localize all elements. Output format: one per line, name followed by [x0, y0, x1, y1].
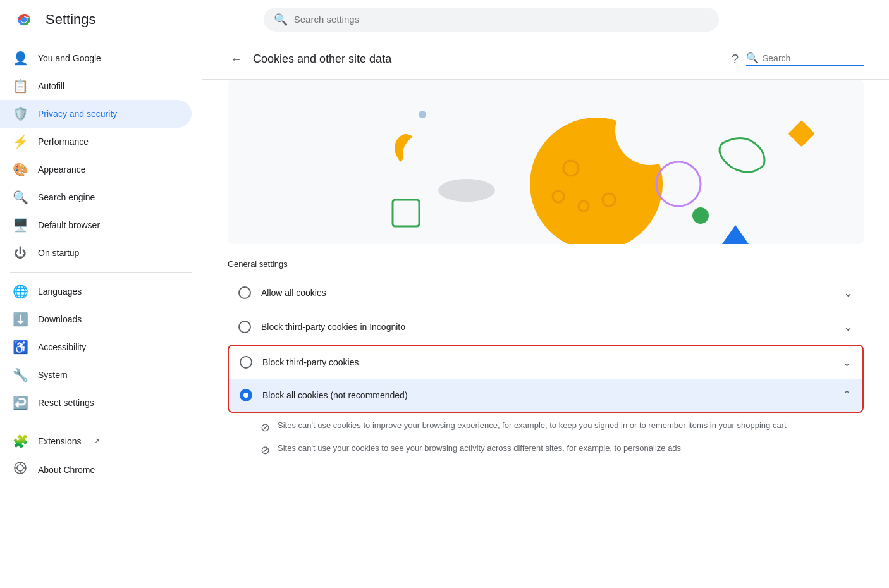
- radio-block-all[interactable]: [240, 389, 252, 401]
- sidebar-label: Performance: [38, 137, 89, 147]
- search-icon: 🔍: [274, 13, 288, 27]
- option-label: Block third-party cookies in Incognito: [261, 322, 405, 332]
- sidebar-label: Privacy and security: [38, 109, 117, 119]
- radio-block-third-party[interactable]: [240, 356, 252, 369]
- autofill-icon: 📋: [13, 78, 28, 94]
- sidebar-item-default-browser[interactable]: 🖥️ Default browser: [0, 211, 192, 239]
- page-title: Cookies and other site data: [253, 52, 724, 66]
- sidebar-item-languages[interactable]: 🌐 Languages: [0, 278, 192, 305]
- svg-point-11: [419, 111, 426, 118]
- content-area: ← Cookies and other site data ? 🔍: [202, 39, 889, 588]
- detail-item-2: ⊘ Sites can't use your cookies to see yo…: [261, 442, 854, 457]
- sidebar-label: Appearance: [38, 164, 86, 175]
- highlighted-options-section: Block third-party cookies ⌄ Block all co…: [228, 345, 864, 413]
- sidebar-item-about-chrome[interactable]: About Chrome: [0, 455, 192, 484]
- detail-item-1: ⊘ Sites can't use cookies to improve you…: [261, 419, 854, 434]
- download-icon: ⬇️: [13, 312, 28, 327]
- option-label: Block all cookies (not recommended): [262, 390, 408, 400]
- option-block-incognito[interactable]: Block third-party cookies in Incognito ⌄: [228, 310, 864, 343]
- cookies-illustration: [228, 80, 864, 244]
- svg-point-21: [692, 207, 709, 224]
- sidebar-item-on-startup[interactable]: ⏻ On startup: [0, 239, 192, 267]
- content-search-bar[interactable]: 🔍: [746, 52, 864, 66]
- block-icon-1: ⊘: [261, 420, 270, 434]
- sidebar-item-appearance[interactable]: 🎨 Appearance: [0, 156, 192, 183]
- chevron-up-icon: ⌃: [842, 388, 852, 402]
- option-label: Allow all cookies: [261, 288, 326, 298]
- sidebar-item-downloads[interactable]: ⬇️ Downloads: [0, 305, 192, 333]
- svg-point-12: [438, 179, 495, 202]
- search-engine-icon: 🔍: [13, 190, 28, 205]
- option-allow-all[interactable]: Allow all cookies ⌄: [228, 276, 864, 309]
- content-header: ← Cookies and other site data ? 🔍: [202, 39, 889, 80]
- power-icon: ⏻: [13, 246, 28, 260]
- sidebar-label: On startup: [38, 248, 79, 258]
- browser-icon: 🖥️: [13, 217, 28, 233]
- reset-icon: ↩️: [13, 395, 28, 410]
- sidebar-item-system[interactable]: 🔧 System: [0, 361, 192, 389]
- svg-point-15: [615, 95, 685, 165]
- about-chrome-icon: [13, 462, 28, 477]
- sidebar-label: Downloads: [38, 314, 82, 324]
- sidebar: 👤 You and Google 📋 Autofill 🛡️ Privacy a…: [0, 39, 202, 588]
- sidebar-label: About Chrome: [38, 465, 95, 475]
- chevron-down-icon: ⌄: [843, 286, 853, 300]
- extension-icon: 🧩: [13, 434, 28, 449]
- settings-title: Settings: [46, 11, 96, 28]
- palette-icon: 🎨: [13, 162, 28, 177]
- back-button[interactable]: ←: [228, 49, 245, 69]
- sidebar-label: Accessibility: [38, 342, 86, 352]
- chrome-logo-icon: [13, 8, 35, 31]
- accessibility-icon: ♿: [13, 340, 28, 355]
- sidebar-item-you-and-google[interactable]: 👤 You and Google: [0, 44, 192, 72]
- sidebar-label: Languages: [38, 286, 82, 297]
- general-settings: General settings Allow all cookies ⌄ Blo…: [202, 244, 889, 487]
- svg-point-5: [17, 465, 23, 471]
- sidebar-item-privacy-security[interactable]: 🛡️ Privacy and security: [0, 100, 192, 128]
- top-search-input[interactable]: [294, 14, 709, 25]
- detail-text-1: Sites can't use cookies to improve your …: [278, 419, 787, 432]
- chevron-down-icon: ⌄: [842, 355, 852, 369]
- block-icon-2: ⊘: [261, 443, 270, 457]
- radio-allow-all[interactable]: [238, 286, 251, 299]
- option-label: Block third-party cookies: [262, 357, 359, 367]
- sidebar-item-accessibility[interactable]: ♿ Accessibility: [0, 333, 192, 361]
- top-search-bar[interactable]: 🔍: [264, 8, 719, 32]
- sidebar-divider-2: [10, 422, 192, 422]
- sidebar-item-autofill[interactable]: 📋 Autofill: [0, 72, 192, 100]
- sidebar-label: Reset settings: [38, 398, 94, 408]
- content-search-icon: 🔍: [746, 52, 759, 64]
- sidebar-label: Search engine: [38, 192, 95, 202]
- help-icon[interactable]: ?: [732, 52, 739, 66]
- sidebar-divider: [10, 272, 192, 273]
- radio-block-incognito[interactable]: [238, 321, 251, 333]
- sidebar-label: You and Google: [38, 53, 101, 63]
- sidebar-item-reset-settings[interactable]: ↩️ Reset settings: [0, 389, 192, 417]
- sidebar-item-performance[interactable]: ⚡ Performance: [0, 128, 192, 156]
- sidebar-label: System: [38, 370, 68, 380]
- content-search-input[interactable]: [763, 53, 864, 63]
- chevron-down-icon: ⌄: [843, 320, 853, 334]
- top-bar: Settings 🔍: [0, 0, 889, 39]
- option-block-all[interactable]: Block all cookies (not recommended) ⌃: [229, 379, 862, 412]
- sidebar-label: Default browser: [38, 220, 100, 230]
- detail-text-2: Sites can't use your cookies to see your…: [278, 442, 681, 455]
- gauge-icon: ⚡: [13, 134, 28, 149]
- external-link-icon: ↗: [94, 437, 100, 446]
- system-icon: 🔧: [13, 367, 28, 383]
- section-title: General settings: [228, 259, 864, 269]
- globe-icon: 🌐: [13, 284, 28, 299]
- person-icon: 👤: [13, 51, 28, 66]
- sidebar-label: Extensions: [38, 436, 81, 446]
- sidebar-item-extensions[interactable]: 🧩 Extensions ↗: [0, 427, 192, 455]
- sidebar-label: Autofill: [38, 81, 64, 91]
- shield-icon: 🛡️: [13, 106, 28, 121]
- main-layout: 👤 You and Google 📋 Autofill 🛡️ Privacy a…: [0, 39, 889, 588]
- sidebar-item-search-engine[interactable]: 🔍 Search engine: [0, 183, 192, 211]
- expanded-details: ⊘ Sites can't use cookies to improve you…: [228, 414, 864, 472]
- option-block-third-party[interactable]: Block third-party cookies ⌄: [229, 346, 862, 379]
